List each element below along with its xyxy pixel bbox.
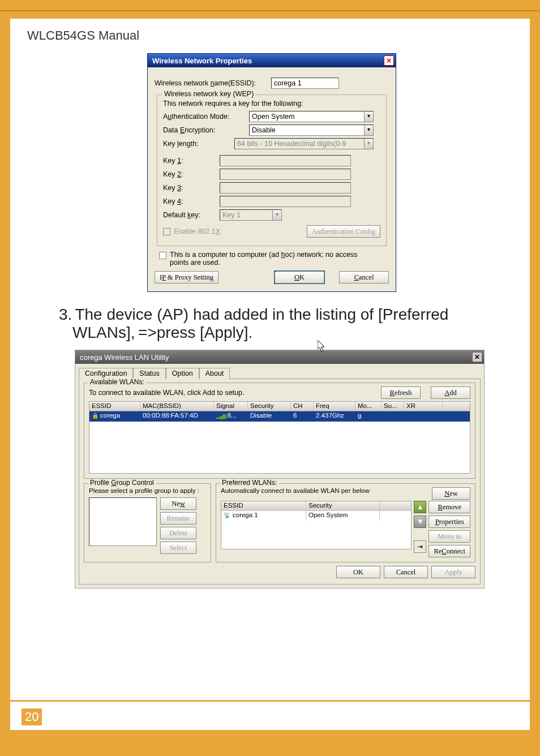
cell-mode: g — [355, 411, 382, 422]
cell-freq: 2.437Ghz — [314, 411, 355, 422]
cancel-button[interactable]: Cancel — [339, 271, 389, 284]
pref-security: Open System — [306, 511, 380, 521]
wep-groupbox: Wireless network key (WEP) This network … — [157, 94, 387, 246]
utility-titlebar: corega Wireless LAN Utility ✕ — [75, 350, 484, 364]
cell-mac: 00:0D:88:FA:57:4D — [140, 411, 214, 422]
preferred-desc: Automatically connect to available WLAN … — [221, 487, 370, 500]
wlan-utility-dialog: corega Wireless LAN Utility ✕ Configurat… — [75, 350, 485, 589]
col-su[interactable]: Su... — [382, 402, 404, 411]
utility-cancel-button[interactable]: Cancel — [384, 566, 428, 578]
key2-input — [220, 169, 351, 180]
available-list[interactable]: corega 00:0D:88:FA:57:4D 8... Disable 6 … — [89, 411, 470, 474]
key4-input — [220, 196, 351, 207]
chevron-down-icon[interactable]: ▾ — [364, 125, 373, 135]
refresh-button[interactable]: Refresh — [381, 386, 421, 399]
pref-essid: corega 1 — [221, 511, 306, 521]
profile-delete-button: Delete — [160, 527, 196, 539]
dialog-titlebar: Wireless Network Properties × — [148, 54, 396, 67]
col-ch[interactable]: CH — [291, 402, 314, 411]
profile-list[interactable] — [89, 497, 157, 546]
profile-select-button: Select — [160, 542, 196, 554]
key1-input — [220, 155, 351, 166]
defaultkey-label: Default key: — [163, 211, 220, 219]
key1-label: Key 1: — [163, 157, 220, 165]
pref-moveto-button: Move to — [428, 530, 470, 543]
tab-configuration[interactable]: Configuration — [79, 368, 133, 379]
profile-new-button[interactable]: New — [160, 497, 196, 510]
available-desc: To connect to available WLAN, click Add … — [89, 389, 244, 397]
chevron-down-icon: ▾ — [272, 210, 281, 220]
keylength-combo: 64 bits - 10 Hexadecimal digits(0-9 ▾ — [234, 138, 374, 149]
profile-desc: Please select a profile group to apply : — [89, 487, 206, 494]
pref-new-button[interactable]: New — [432, 487, 470, 500]
auth-combo[interactable]: Open System ▾ — [249, 111, 374, 122]
pref-reconnect-button[interactable]: ReConnect — [428, 545, 470, 557]
pref-remove-button[interactable]: Remove — [428, 501, 470, 513]
col-mac[interactable]: MAC(BSSID) — [140, 402, 214, 411]
col-pref-security[interactable]: Security — [306, 501, 380, 510]
essid-input[interactable] — [271, 78, 339, 89]
preferred-group: Preferred WLANs: Automatically connect t… — [216, 483, 475, 562]
col-pref-essid[interactable]: ESSID — [221, 501, 306, 510]
step-text: 3. The device (AP) had added in the list… — [72, 306, 511, 342]
utility-apply-button: Apply — [431, 566, 475, 578]
chevron-down-icon: ▾ — [364, 139, 373, 149]
auth-label: Authentication Mode: — [163, 113, 249, 121]
tab-status[interactable]: Status — [133, 368, 165, 379]
utility-ok-button[interactable]: OK — [336, 566, 380, 578]
pref-properties-button[interactable]: Properties — [428, 516, 470, 528]
move-down-icon[interactable]: ▼ — [414, 516, 426, 528]
cell-ch: 6 — [291, 411, 314, 422]
col-essid[interactable]: ESSID — [89, 402, 140, 411]
ok-button[interactable]: OK — [275, 271, 324, 284]
table-row[interactable]: corega 00:0D:88:FA:57:4D 8... Disable 6 … — [89, 411, 470, 422]
col-signal[interactable]: Signal — [214, 402, 248, 411]
col-mode[interactable]: Mo... — [355, 402, 382, 411]
keylen-label: Key length: — [163, 140, 234, 148]
close-icon[interactable]: × — [384, 55, 394, 66]
doc-title: WLCB54GS Manual — [27, 28, 515, 43]
cell-xr — [404, 411, 443, 422]
move-up-icon[interactable]: ▲ — [414, 501, 426, 513]
key4-label: Key 4: — [163, 197, 220, 205]
auth-config-button: Authentication Config — [307, 225, 380, 238]
defaultkey-value: Key 1 — [222, 211, 241, 219]
keylen-value: 64 bits - 10 Hexadecimal digits(0-9 — [237, 140, 346, 148]
adhoc-checkbox[interactable] — [159, 252, 166, 259]
key3-label: Key 3: — [163, 184, 220, 192]
col-freq[interactable]: Freq — [314, 402, 355, 411]
available-wlans-group: Available WLANs: To connect to available… — [84, 383, 475, 479]
preferred-list[interactable]: ESSID Security corega 1 Open System — [221, 501, 412, 549]
profile-group-title: Profile Group Control — [88, 479, 156, 487]
essid-label: Wireless network name(ESSID): — [155, 79, 271, 87]
page-number: 20 — [22, 708, 42, 725]
dialog-title: Wireless Network Properties — [152, 57, 252, 65]
bottom-button-row: OK Cancel Apply — [84, 566, 475, 578]
col-security[interactable]: Security — [248, 402, 291, 411]
list-item[interactable]: corega 1 Open System — [221, 511, 411, 521]
add-button[interactable]: Add — [431, 386, 470, 399]
utility-title: corega Wireless LAN Utility — [80, 353, 169, 362]
cell-signal: 8... — [214, 411, 248, 422]
cell-security: Disable — [248, 411, 291, 422]
wireless-properties-dialog: Wireless Network Properties × Wireless n… — [147, 53, 396, 292]
reconnect-icon[interactable]: ⇥ — [414, 540, 426, 553]
tab-about[interactable]: About — [199, 368, 230, 379]
encryption-combo[interactable]: Disable ▾ — [249, 124, 374, 136]
preferred-title: Preferred WLANs: — [220, 479, 279, 487]
ip-proxy-button[interactable]: IP & Proxy Setting — [155, 271, 218, 284]
key2-label: Key 2: — [163, 170, 220, 178]
available-header[interactable]: ESSID MAC(BSSID) Signal Security CH Freq… — [89, 401, 470, 411]
available-title: Available WLANs: — [88, 378, 147, 386]
profile-rename-button: Rename — [160, 512, 196, 525]
enc-label: Data Encryption: — [163, 126, 249, 134]
tab-option[interactable]: Option — [166, 368, 199, 379]
cell-su — [382, 411, 404, 422]
chevron-down-icon[interactable]: ▾ — [364, 111, 373, 122]
tab-strip: Configuration Status Option About — [79, 367, 481, 379]
enc-value: Disable — [252, 126, 276, 134]
close-icon[interactable]: ✕ — [472, 352, 482, 362]
col-xr[interactable]: XR — [404, 402, 443, 411]
profile-group: Profile Group Control Please select a pr… — [84, 483, 211, 562]
adhoc-label: This is a computer to computer (ad hoc) … — [170, 251, 374, 267]
